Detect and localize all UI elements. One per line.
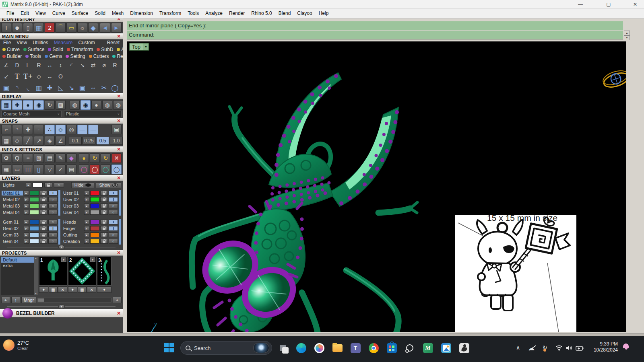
layer-color-swatch[interactable] [90, 204, 100, 208]
lock-icon[interactable] [100, 210, 107, 215]
dual-arrow-icon[interactable]: ⇄ [88, 60, 98, 70]
thumb-restore-button[interactable]: ✦ [97, 286, 111, 293]
search-box[interactable]: Search [180, 341, 272, 355]
end-snap-icon[interactable]: ⌐ [1, 125, 11, 134]
menu-render[interactable]: Render [226, 9, 248, 18]
thumb-menu-icon[interactable]: ► [61, 257, 66, 262]
render-settings-icon[interactable]: ▦ [34, 23, 44, 33]
curve-history-icon[interactable]: ⌒ [56, 23, 66, 33]
wire-sphere-icon[interactable]: ◍ [102, 100, 112, 110]
near-snap-icon[interactable]: ◝ [12, 125, 22, 134]
torus-icon[interactable]: ◯ [110, 83, 120, 93]
layer-expand-icon[interactable]: ► [24, 239, 29, 244]
layer-row-user-04[interactable]: User 04►○ [61, 209, 122, 216]
layer-name[interactable]: Metal 03 [2, 204, 23, 208]
projects-scrollbar[interactable] [34, 257, 37, 295]
shaded-mode-icon[interactable]: ✚ [12, 100, 22, 110]
menu-transform[interactable]: Transform [156, 9, 184, 18]
layer-color-swatch[interactable] [30, 210, 39, 215]
thumb-save-button[interactable]: ▦ [78, 286, 87, 293]
circle-measure-icon[interactable]: ⌀ [99, 60, 109, 70]
menu-clayoo[interactable]: Clayoo [294, 9, 315, 18]
tab-view[interactable]: View [17, 40, 27, 45]
layer-name[interactable]: Creation [62, 239, 83, 244]
tab-measure[interactable]: Measure [54, 40, 73, 45]
layer-color-swatch[interactable] [90, 232, 100, 237]
file-explorer-icon[interactable] [331, 342, 343, 354]
replay-history-icon[interactable]: ↻ [101, 153, 111, 163]
layer-visibility-toggle[interactable]: I [109, 220, 118, 224]
angle-dimension-icon[interactable]: ∠ [1, 60, 11, 70]
layer-visibility-toggle[interactable]: ○ [109, 210, 118, 215]
cat-art[interactable]: Art [117, 47, 123, 52]
layer-expand-icon[interactable]: ► [84, 226, 89, 231]
snap-value-0.25[interactable]: 0.25 [83, 137, 95, 145]
layout-mode-icon[interactable]: ▩ [56, 100, 66, 110]
hide-button[interactable]: Hide [71, 182, 95, 188]
radius-annotate-icon[interactable]: R [110, 60, 120, 70]
view-dropdown-icon[interactable]: ▼ [143, 43, 149, 51]
layer-visibility-toggle[interactable]: I [109, 197, 118, 202]
layer-row-finger[interactable]: Finger►I [61, 225, 122, 232]
tab-file[interactable]: File [3, 40, 11, 45]
maximize-button[interactable]: ▢ [600, 0, 617, 9]
select-check-icon[interactable]: ✓ [56, 165, 66, 174]
layer-name[interactable]: User 01 [62, 191, 83, 195]
layer-color-swatch[interactable] [90, 191, 100, 195]
beetle-model[interactable] [169, 67, 427, 332]
layer-visibility-toggle[interactable]: ○ [109, 232, 118, 237]
layer-row-gem-01[interactable]: Gem 01►○ [1, 219, 61, 225]
layer-expand-icon[interactable]: ► [24, 197, 29, 202]
layer-color-swatch[interactable] [30, 197, 39, 202]
onedrive-paused-icon[interactable]: ☁ [528, 344, 535, 352]
project-manager-button[interactable]: Mngr [21, 297, 36, 303]
photo-render-icon[interactable]: ☻ [12, 23, 22, 33]
thumb-save-button[interactable]: ▦ [49, 286, 58, 293]
orient-corner-icon[interactable]: ◺ [56, 83, 66, 93]
layer-row-creation[interactable]: Creation►○ [61, 238, 122, 245]
close-icon[interactable]: ✕ [117, 19, 121, 21]
grid-snap-icon[interactable]: ▦ [1, 136, 11, 146]
projects-list[interactable]: Default extra [1, 257, 38, 295]
layer-name[interactable]: Heads [62, 220, 83, 224]
search-highlight-image[interactable] [253, 343, 269, 353]
layer-row-user-01[interactable]: User 01►I [61, 190, 122, 196]
spec-sheet-icon[interactable]: ▤ [66, 165, 76, 174]
layer-expand-icon[interactable]: ► [84, 232, 89, 237]
project-thumbnail-3[interactable]: 3 ✦ [97, 257, 111, 295]
link-frames-icon[interactable]: ▣ [77, 83, 87, 93]
solid-sphere-icon[interactable]: ● [91, 100, 101, 110]
record-history-icon[interactable]: ↻ [90, 153, 100, 163]
panel-collapse-divider[interactable]: ▼ [0, 245, 123, 250]
close-icon[interactable]: ✕ [117, 176, 121, 180]
thumb-delete-button[interactable]: ✕ [58, 286, 67, 293]
command-scrollbar[interactable]: ▲ ▼ [624, 31, 630, 40]
slider-plus-button[interactable]: + [113, 297, 122, 303]
filter-funnel-icon[interactable]: ▽ [45, 165, 55, 174]
boolean-cubes-icon[interactable]: ▣ [1, 83, 11, 93]
trim-icon[interactable]: ✂ [99, 83, 109, 93]
quadrant-snap-icon[interactable]: ◇ [56, 125, 66, 134]
grid-views-icon[interactable]: ▦ [1, 165, 11, 174]
layer-name[interactable]: Finger [62, 226, 83, 231]
layer-name[interactable]: Cutting [62, 232, 83, 237]
midpoint-snap-icon[interactable]: · [34, 125, 44, 134]
close-icon[interactable]: ✕ [117, 311, 121, 316]
circle-center-snap-icon[interactable]: ◎ [66, 125, 76, 134]
tab-reset[interactable]: Reset [107, 40, 120, 45]
layer-visibility-toggle[interactable]: I [109, 191, 118, 195]
cat-gems[interactable]: Gems [45, 53, 62, 59]
layer-color-swatch[interactable] [30, 204, 39, 208]
arc-blend-icon[interactable]: ◝ [12, 83, 22, 93]
cat-surface[interactable]: Surface [23, 47, 44, 52]
layer-visibility-toggle[interactable]: I [48, 191, 58, 195]
vertical-dimension-icon[interactable]: ↕ [56, 60, 66, 70]
lights-layer-label[interactable]: Lights [2, 183, 24, 187]
layer-expand-icon[interactable]: ► [24, 232, 29, 237]
cube-properties-icon[interactable]: ▧ [34, 153, 44, 163]
layer-color-swatch[interactable] [90, 220, 100, 224]
lightbulbs-icon[interactable]: ☼ [77, 23, 87, 33]
volume-icon[interactable] [566, 345, 573, 352]
taskbar-clock[interactable]: 9:39 PM 10/28/2024 [586, 341, 618, 353]
close-icon[interactable]: ✕ [117, 251, 121, 255]
